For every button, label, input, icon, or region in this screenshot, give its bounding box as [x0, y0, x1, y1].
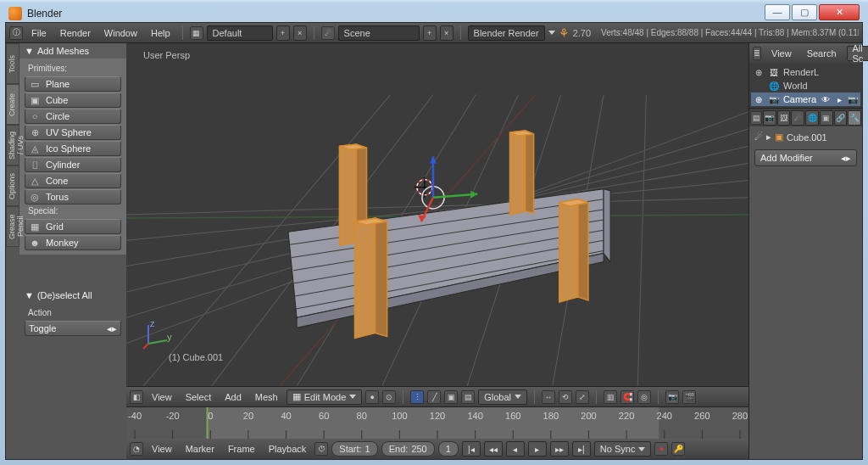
add-torus-button[interactable]: ◎Torus [25, 189, 121, 204]
menu-file[interactable]: File [26, 26, 52, 40]
orientation-select[interactable]: Global [478, 389, 527, 405]
keyframe-prev-button[interactable]: ◂◂ [484, 441, 503, 457]
outliner-menu-search[interactable]: Search [802, 47, 842, 60]
editor-type-3dview-icon[interactable]: ◧ [130, 390, 143, 404]
add-monkey-button[interactable]: ☻Monkey [25, 235, 121, 250]
timeline-ruler[interactable]: -40-200204060801001201401601802002202402… [126, 407, 748, 439]
shading-mode-icon[interactable]: ● [365, 390, 379, 404]
current-frame-field[interactable]: 1 [438, 441, 459, 457]
auto-keyframe-icon[interactable]: ● [654, 442, 668, 456]
scene-icon[interactable]: ☄ [321, 26, 335, 40]
manipulator-scale-icon[interactable]: ⤢ [576, 390, 589, 404]
minimize-button[interactable]: — [765, 4, 790, 20]
ptab-render[interactable]: 📷 [763, 110, 776, 126]
scene-remove-button[interactable]: × [440, 25, 453, 41]
tl-range-icon[interactable]: ⏱ [314, 442, 328, 456]
3d-viewport[interactable]: User Persp (1) Cube.001 z y [126, 43, 748, 386]
add-uvsphere-button[interactable]: ⊕UV Sphere [25, 125, 121, 140]
add-cylinder-button[interactable]: ⌷Cylinder [25, 157, 121, 172]
ptab-object[interactable]: ▣ [820, 110, 833, 126]
add-icosphere-button[interactable]: ◬Ico Sphere [25, 141, 121, 156]
render-opengl-icon[interactable]: 📷 [665, 390, 679, 404]
add-grid-button[interactable]: ▦Grid [25, 219, 121, 234]
ptab-scene[interactable]: ☄ [791, 110, 804, 126]
render-opengl-anim-icon[interactable]: 🎬 [682, 390, 696, 404]
editor-type-outliner-icon[interactable]: ≣ [753, 47, 761, 60]
view3d-menu-mesh[interactable]: Mesh [250, 390, 283, 404]
view3d-menu-view[interactable]: View [147, 390, 177, 404]
play-button[interactable]: ▸ [528, 441, 547, 457]
ptab-renderlayers[interactable]: 🖼 [777, 110, 791, 126]
editor-type-icon[interactable]: ⓘ [9, 26, 23, 40]
menu-help[interactable]: Help [146, 26, 175, 40]
outliner[interactable]: ⊕🖼RenderL 🌐World ⊕📷Camera 👁▸📷 [749, 64, 862, 108]
tl-menu-playback[interactable]: Playback [264, 442, 312, 456]
screen-layout-select[interactable]: Default [207, 25, 273, 41]
panel-deselect-all[interactable]: ▼ (De)select All [19, 288, 126, 303]
jump-start-button[interactable]: |◂ [462, 441, 481, 457]
outliner-item-renderlayers[interactable]: ⊕🖼RenderL [751, 65, 860, 79]
add-modifier-button[interactable]: Add Modifier◂▸ [754, 149, 857, 166]
selectable-icon[interactable]: ▸ [833, 93, 845, 105]
action-toggle-select[interactable]: Toggle ◂▸ [25, 321, 121, 336]
close-button[interactable]: ✕ [819, 4, 860, 20]
editor-type-properties-icon[interactable]: ▤ [750, 111, 762, 125]
select-vertex-icon[interactable]: ⋮ [410, 390, 424, 404]
manipulator-rotate-icon[interactable]: ⟲ [559, 390, 572, 404]
vtab-tools[interactable]: Tools [6, 43, 19, 84]
tl-menu-marker[interactable]: Marker [181, 442, 220, 456]
scene-add-button[interactable]: + [423, 25, 437, 41]
screen-layout-icon[interactable]: ▦ [190, 26, 203, 40]
select-face-icon[interactable]: ▣ [444, 390, 458, 404]
render-engine-select[interactable]: Blender Render [468, 25, 545, 41]
end-frame-field[interactable]: End: 250 [381, 441, 435, 457]
ptab-modifiers[interactable]: 🔧 [848, 110, 861, 126]
outliner-item-world[interactable]: 🌐World [751, 79, 860, 92]
vtab-create[interactable]: Create [6, 84, 19, 125]
menu-render[interactable]: Render [55, 26, 96, 40]
panel-add-meshes[interactable]: ▼ Add Meshes [19, 43, 126, 59]
mode-select[interactable]: ▦Edit Mode [287, 389, 363, 405]
properties-breadcrumb[interactable]: ☄▸ ▣ Cube.001 [754, 132, 857, 143]
start-frame-field[interactable]: Start: 1 [331, 441, 377, 457]
view3d-menu-add[interactable]: Add [220, 390, 247, 404]
layers-icon[interactable]: ▥ [604, 390, 617, 404]
pivot-icon[interactable]: ⊙ [382, 390, 396, 404]
window-titlebar[interactable]: Blender — ▢ ✕ [5, 5, 863, 22]
keying-set-icon[interactable]: 🔑 [671, 442, 685, 456]
add-circle-button[interactable]: ○Circle [25, 109, 121, 124]
add-plane-button[interactable]: ▭Plane [25, 76, 121, 92]
renderable-icon[interactable]: 📷 [847, 93, 859, 105]
vtab-options[interactable]: Options [6, 165, 19, 206]
select-edge-icon[interactable]: ╱ [427, 390, 441, 404]
tl-menu-view[interactable]: View [147, 442, 177, 456]
outliner-filter-select[interactable]: All Sc [847, 46, 868, 61]
limit-selection-icon[interactable]: ▤ [461, 390, 475, 404]
scene-select[interactable]: Scene [338, 25, 420, 41]
vtab-grease-pencil[interactable]: Grease Pencil [6, 206, 19, 247]
menu-window[interactable]: Window [99, 26, 142, 40]
maximize-button[interactable]: ▢ [792, 4, 817, 20]
sync-mode-select[interactable]: No Sync [594, 441, 652, 457]
manipulator-translate-icon[interactable]: ↔ [542, 390, 555, 404]
snap-icon[interactable]: 🧲 [620, 390, 634, 404]
monkey-icon: ☻ [29, 237, 41, 249]
ptab-world[interactable]: 🌐 [805, 110, 819, 126]
layout-remove-button[interactable]: × [293, 25, 307, 41]
ptab-constraints[interactable]: 🔗 [834, 110, 848, 126]
visibility-icon[interactable]: 👁 [820, 93, 832, 105]
outliner-menu-view[interactable]: View [766, 47, 797, 60]
add-cube-button[interactable]: ▣Cube [25, 92, 121, 108]
add-cone-button[interactable]: △Cone [25, 173, 121, 188]
editor-type-timeline-icon[interactable]: ◔ [130, 442, 143, 456]
keyframe-next-button[interactable]: ▸▸ [550, 441, 569, 457]
layout-add-button[interactable]: + [276, 25, 290, 41]
outliner-item-camera[interactable]: ⊕📷Camera 👁▸📷 [751, 92, 860, 106]
tl-menu-frame[interactable]: Frame [223, 442, 260, 456]
view3d-menu-select[interactable]: Select [181, 390, 217, 404]
proportional-edit-icon[interactable]: ◎ [637, 390, 651, 404]
play-reverse-button[interactable]: ◂ [506, 441, 525, 457]
vtab-shading-uvs[interactable]: Shading / UVs [6, 125, 19, 165]
jump-end-button[interactable]: ▸| [572, 441, 591, 457]
viewport-object-label: (1) Cube.001 [169, 352, 223, 362]
